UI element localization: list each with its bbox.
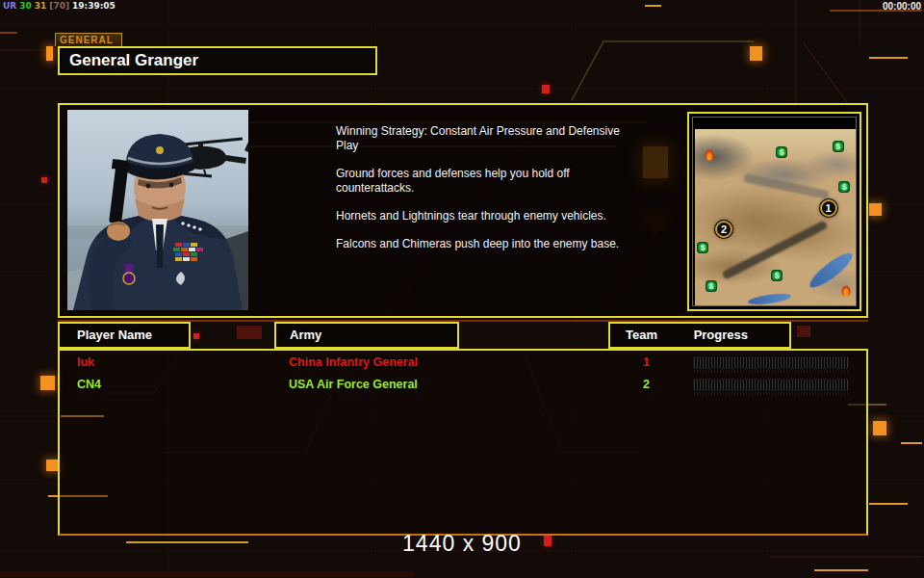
player-row: CN4USA Air Force General2 bbox=[60, 375, 866, 397]
strategy-paragraph: Hornets and Lightnings tear through enem… bbox=[336, 209, 636, 223]
minimap-marker-supply: $ bbox=[776, 146, 787, 158]
minimap-marker-supply: $ bbox=[771, 270, 783, 281]
general-title: General Granger bbox=[69, 51, 198, 69]
decor-dash bbox=[814, 569, 868, 571]
team-cell: 1 bbox=[616, 355, 650, 369]
minimap-marker-supply: $ bbox=[838, 181, 850, 193]
minimap-frame: $$$12$$$ bbox=[692, 117, 857, 306]
water-area bbox=[748, 292, 792, 305]
team-cell: 2 bbox=[616, 378, 650, 391]
army-cell: USA Air Force General bbox=[289, 378, 418, 391]
strategy-paragraph: Falcons and Chimeras push deep into the … bbox=[336, 237, 636, 251]
decor-red-square bbox=[542, 85, 550, 93]
decor-dash bbox=[869, 503, 908, 505]
minimap-marker-supply: $ bbox=[706, 280, 717, 292]
progress-bar bbox=[693, 356, 849, 369]
decor-red-square bbox=[41, 177, 47, 183]
general-portrait-illustration bbox=[67, 110, 248, 310]
general-tab: GENERAL bbox=[55, 33, 122, 46]
decor-dash bbox=[645, 5, 661, 7]
decor-square bbox=[46, 46, 53, 61]
decor-bottom-strip bbox=[0, 571, 414, 577]
minimap-marker-flame bbox=[841, 286, 850, 297]
decor-square bbox=[750, 46, 762, 61]
minimap-marker-player: 2 bbox=[715, 221, 732, 238]
decor-maroon-square bbox=[237, 326, 262, 339]
decor-dash bbox=[869, 57, 908, 59]
decor-dash bbox=[0, 32, 17, 34]
minimap-marker-flame bbox=[706, 150, 714, 161]
minimap-topbar bbox=[693, 118, 856, 128]
debug-overlay: UR3031[70]19:39:05 bbox=[3, 1, 118, 11]
bio-panel: Winning Strategy: Constant Air Pressure … bbox=[58, 103, 868, 318]
debug-clock: 19:39:05 bbox=[72, 1, 116, 11]
debug-label: UR bbox=[3, 1, 16, 11]
debug-bracket: [70] bbox=[49, 1, 69, 11]
team-header-label: Team bbox=[626, 328, 657, 342]
loading-screen: UR3031[70]19:39:05 00:00:00 GENERAL Gene… bbox=[0, 0, 924, 578]
progress-bar bbox=[693, 379, 849, 391]
minimap-marker-player: 1 bbox=[820, 199, 837, 217]
player-list-panel: lukChina Infantry General1CN4USA Air For… bbox=[58, 349, 868, 536]
player-name-cell: luk bbox=[77, 355, 94, 369]
minimap-marker-supply: $ bbox=[833, 141, 844, 152]
player-name-header-label: Player Name bbox=[77, 328, 152, 342]
debug-fps: 30 bbox=[19, 1, 32, 11]
column-header-player-name: Player Name bbox=[58, 322, 191, 349]
decor-square bbox=[873, 421, 886, 435]
army-cell: China Infantry General bbox=[289, 355, 418, 369]
resolution-label: 1440 x 900 bbox=[0, 531, 924, 557]
player-name-cell: CN4 bbox=[77, 378, 101, 391]
army-header-label: Army bbox=[290, 328, 321, 342]
terrain-ridge bbox=[743, 173, 830, 200]
general-portrait bbox=[67, 110, 248, 310]
decor-square bbox=[869, 203, 882, 216]
general-title-box: General Granger bbox=[58, 46, 377, 75]
decor-square bbox=[40, 376, 55, 390]
decor-dash bbox=[901, 442, 922, 444]
minimap-panel: $$$12$$$ bbox=[687, 112, 861, 311]
column-header-team-progress: Team Progress bbox=[608, 322, 791, 349]
match-timer: 00:00:00 bbox=[883, 1, 921, 12]
minimap-terrain: $$$12$$$ bbox=[695, 129, 856, 305]
decor-square bbox=[46, 460, 58, 471]
strategy-text: Winning Strategy: Constant Air Pressure … bbox=[336, 124, 636, 265]
progress-header-label: Progress bbox=[694, 328, 748, 342]
player-rows: lukChina Infantry General1CN4USA Air For… bbox=[60, 351, 866, 397]
player-row: lukChina Infantry General1 bbox=[60, 353, 866, 375]
debug-fps-2: 31 bbox=[35, 1, 47, 11]
strategy-paragraph: Winning Strategy: Constant Air Pressure … bbox=[336, 124, 636, 153]
strategy-paragraph: Ground forces and defenses help you hold… bbox=[336, 167, 636, 196]
column-header-army: Army bbox=[274, 322, 459, 349]
decor-maroon-square bbox=[797, 326, 810, 337]
decor-red-square bbox=[193, 333, 199, 339]
minimap-marker-supply: $ bbox=[697, 242, 708, 253]
